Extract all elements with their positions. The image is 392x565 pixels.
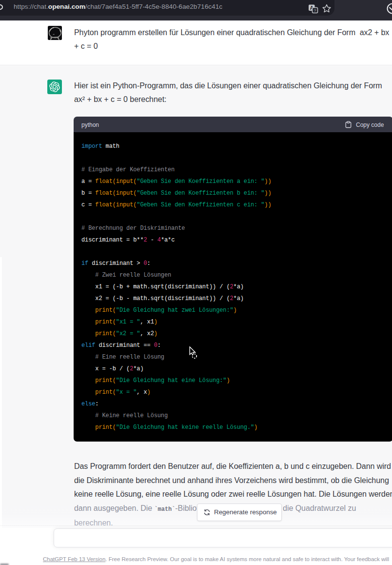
- svg-text:?: ?: [314, 8, 316, 13]
